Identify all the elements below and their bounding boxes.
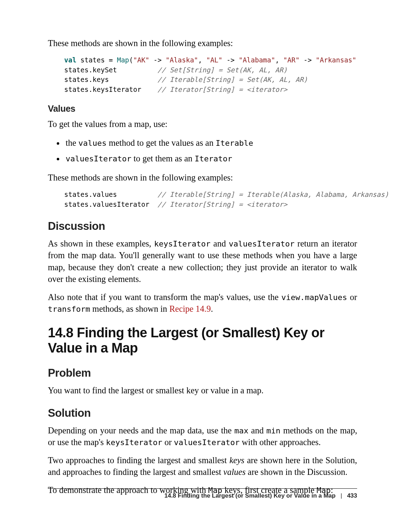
code-string: "AK" bbox=[133, 56, 150, 64]
code-text: ( bbox=[129, 56, 133, 64]
bullet-list: the values method to get the values as a… bbox=[48, 136, 357, 165]
code-string: "Alabama" bbox=[239, 56, 275, 64]
code-text: -> bbox=[222, 56, 239, 64]
code-inline: keysIterator bbox=[106, 438, 162, 447]
code-inline: valuesIterator bbox=[174, 438, 239, 447]
heading-problem: Problem bbox=[48, 367, 357, 379]
code-inline: valuesIterator bbox=[229, 239, 294, 248]
text: or bbox=[162, 437, 174, 447]
heading-values: Values bbox=[48, 104, 357, 114]
code-string: "AR" bbox=[283, 56, 300, 64]
code-inline: keysIterator bbox=[154, 239, 211, 248]
code-inline: Iterable bbox=[216, 139, 253, 148]
paragraph: These methods are shown in the following… bbox=[48, 37, 357, 49]
text: with other approaches. bbox=[240, 437, 321, 447]
text: and bbox=[211, 239, 229, 248]
code-inline: values bbox=[78, 139, 106, 148]
heading-14-8: 14.8 Finding the Largest (or Smallest) K… bbox=[48, 325, 357, 356]
code-inline: transform bbox=[48, 305, 90, 314]
code-text: states = bbox=[76, 56, 117, 64]
footer-section-title: 14.8 Finding the Largest (or Smallest) K… bbox=[164, 492, 335, 499]
text: or bbox=[347, 292, 357, 302]
text: and bbox=[248, 426, 266, 435]
text: the bbox=[66, 138, 78, 148]
code-text: states.keysIterator bbox=[64, 85, 157, 93]
text: Depending on your needs and the map data… bbox=[48, 426, 234, 435]
text: Also note that if you want to transform … bbox=[48, 292, 281, 302]
code-text: states.values bbox=[64, 190, 157, 198]
recipe-link[interactable]: Recipe 14.9 bbox=[169, 304, 211, 314]
paragraph: Depending on your needs and the map data… bbox=[48, 425, 357, 448]
code-keyword: val bbox=[64, 56, 76, 64]
footer-page-number: 433 bbox=[347, 492, 357, 499]
text: to get them as an bbox=[131, 154, 194, 163]
paragraph: As shown in these examples, keysIterator… bbox=[48, 238, 357, 284]
code-comment: // Iterator[String] = <iterator> bbox=[157, 200, 287, 208]
code-comment: // Iterable[String] = Iterable(Alaska, A… bbox=[157, 190, 389, 198]
code-string: "AL" bbox=[206, 56, 222, 64]
code-text: , bbox=[275, 56, 283, 64]
code-comment: // Iterator[String] = <iterator> bbox=[157, 85, 287, 93]
code-string: "Alaska" bbox=[166, 56, 198, 64]
code-inline: Iterator bbox=[195, 154, 232, 163]
code-text: , bbox=[198, 56, 206, 64]
code-comment: // Iterable[String] = Set(AK, AL, AR) bbox=[157, 76, 307, 83]
paragraph: Also note that if you want to transform … bbox=[48, 291, 357, 315]
list-item: the values method to get the values as a… bbox=[64, 136, 357, 150]
code-text: states.keys bbox=[64, 76, 157, 83]
heading-solution: Solution bbox=[48, 407, 357, 420]
code-text: -> bbox=[149, 56, 166, 64]
code-text: states.keySet bbox=[64, 66, 157, 74]
code-text: states.valuesIterator bbox=[64, 200, 157, 208]
emphasis: keys bbox=[229, 455, 244, 465]
code-type: Map bbox=[117, 56, 129, 64]
list-item: valuesIterator to get them as an Iterato… bbox=[64, 152, 357, 165]
text: method to get the values as an bbox=[107, 138, 216, 148]
footer-separator: | bbox=[335, 492, 347, 499]
paragraph: You want to find the largest or smallest… bbox=[48, 384, 357, 396]
text: As shown in these examples, bbox=[48, 239, 154, 248]
code-inline: valuesIterator bbox=[66, 154, 131, 163]
code-text: -> bbox=[300, 56, 316, 64]
paragraph: To get the values from a map, use: bbox=[48, 118, 357, 130]
heading-discussion: Discussion bbox=[48, 220, 357, 233]
page: These methods are shown in the following… bbox=[0, 0, 405, 532]
code-block-keys: val states = Map("AK" -> "Alaska", "AL" … bbox=[64, 55, 357, 94]
text: Two approaches to finding the largest an… bbox=[48, 455, 229, 465]
emphasis: values bbox=[223, 467, 246, 477]
page-footer: 14.8 Finding the Largest (or Smallest) K… bbox=[48, 488, 357, 499]
text: are shown in the Discussion. bbox=[245, 467, 347, 477]
code-inline: min bbox=[266, 426, 281, 435]
code-inline: view.mapValues bbox=[281, 293, 347, 302]
text: methods, as shown in bbox=[90, 304, 169, 314]
code-comment: // Set[String] = Set(AK, AL, AR) bbox=[157, 66, 287, 74]
code-inline: max bbox=[234, 426, 249, 435]
paragraph: These methods are shown in the following… bbox=[48, 172, 357, 183]
code-string: "Arkansas" bbox=[316, 56, 356, 64]
text: . bbox=[211, 304, 213, 314]
code-block-values: states.values // Iterable[String] = Iter… bbox=[64, 190, 357, 209]
paragraph: Two approaches to finding the largest an… bbox=[48, 454, 357, 478]
